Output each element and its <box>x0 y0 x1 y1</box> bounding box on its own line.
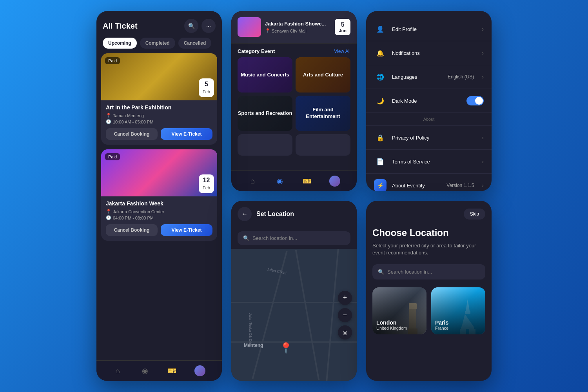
city-paris[interactable]: Paris France <box>431 287 485 334</box>
clock-icon: 🕐 <box>106 119 111 124</box>
languages-icon: 🌐 <box>374 71 387 83</box>
paid-badge-2: Paid <box>105 153 120 160</box>
category-grid: Music and Concerts Arts and Culture Spor… <box>231 57 357 131</box>
choose-subtitle: Select your preferred city or area to ta… <box>372 242 485 256</box>
notifications-label: Notifications <box>392 50 476 56</box>
tab-row: Upcoming Completed Cancelled <box>96 38 222 53</box>
map-search-placeholder: Search location in... <box>252 235 297 241</box>
arrow-icon: › <box>482 50 484 56</box>
skip-button[interactable]: Skip <box>464 209 485 220</box>
nav-home-t[interactable]: ⌂ <box>113 366 123 376</box>
search-icon: 🔍 <box>378 269 384 275</box>
city-country-paris: France <box>435 326 448 330</box>
settings-languages[interactable]: 🌐 Languages English (US) › <box>366 65 492 89</box>
bottom-nav: ⌂ ◉ 🎫 <box>231 171 357 191</box>
ticket-name-2: Jakarta Fashion Week <box>106 200 212 207</box>
privacy-icon: 🔒 <box>374 131 387 144</box>
city-london[interactable]: London United Kingdom <box>372 287 426 334</box>
skip-row: Skip <box>372 209 485 227</box>
category-arts[interactable]: Arts and Culture <box>296 57 350 93</box>
map-screen: ← Set Location 🔍 Search location in... M… <box>231 201 357 381</box>
ticket-info-1: Art in the Park Exhibition 📍 Taman Mente… <box>101 100 217 145</box>
city-name-paris: Paris <box>435 319 448 326</box>
settings-edit-profile[interactable]: 👤 Edit Profile › <box>366 17 492 41</box>
tickets-title: All Ticket <box>103 22 138 31</box>
nav-explore-t[interactable]: ◉ <box>140 366 150 376</box>
settings-screen: 👤 Edit Profile › 🔔 Notifications › 🌐 Lan… <box>366 11 492 191</box>
more-button[interactable]: ··· <box>201 19 216 33</box>
map-search-area: 🔍 Search location in... <box>231 227 357 249</box>
zoom-out-button[interactable]: − <box>338 308 352 322</box>
choose-search-box[interactable]: 🔍 Search location in... <box>372 264 485 279</box>
date-badge-2: 12 Feb <box>199 174 214 193</box>
search-button[interactable]: 🔍 <box>184 19 198 33</box>
tab-completed[interactable]: Completed <box>140 38 175 49</box>
cat-arts-label: Arts and Culture <box>303 72 343 78</box>
map-title: Set Location <box>256 211 294 218</box>
location-button[interactable]: ◎ <box>338 325 352 339</box>
ticket-img-2: Paid 12 Feb <box>101 149 217 196</box>
arrow-icon: › <box>482 158 484 165</box>
arrow-icon: › <box>482 74 484 80</box>
ticket-actions-2: Cancel Booking View E-Ticket <box>106 224 212 236</box>
extra-row <box>231 131 357 160</box>
cat-sports-label: Sports and Recreation <box>238 110 292 117</box>
extra-card-2 <box>296 134 350 156</box>
city-name-london: London <box>376 319 407 326</box>
settings-terms[interactable]: 📄 Terms of Service › <box>366 150 492 174</box>
about-app-version: Version 1.1.5 <box>446 183 474 188</box>
category-film[interactable]: Film and Entertainment <box>296 96 350 131</box>
back-button[interactable]: ← <box>238 207 252 221</box>
hero-info: Jakarta Fashion Showc... 📍 Senayan City … <box>265 21 331 33</box>
settings-dark-mode[interactable]: 🌙 Dark Mode <box>366 89 492 113</box>
tab-cancelled[interactable]: Cancelled <box>178 38 212 49</box>
cancel-booking-2[interactable]: Cancel Booking <box>106 224 158 236</box>
ticket-time-1: 🕐 10:00 AM - 05:00 PM <box>106 119 212 124</box>
nav-avatar[interactable] <box>329 176 340 187</box>
toggle-knob <box>475 97 483 105</box>
choose-title: Choose Location <box>372 227 485 238</box>
settings-about-app[interactable]: ⚡ About Eventify Version 1.1.5 › <box>366 174 492 191</box>
map-controls: + − ◎ <box>338 291 352 339</box>
search-icon: 🔍 <box>243 235 249 241</box>
privacy-label: Privacy of Policy <box>392 135 476 141</box>
nav-explore[interactable]: ◉ <box>275 176 285 186</box>
view-eticket-1[interactable]: View E-Ticket <box>161 128 212 140</box>
tab-upcoming[interactable]: Upcoming <box>103 38 137 49</box>
cancel-booking-1[interactable]: Cancel Booking <box>106 128 158 140</box>
ticket-card-2: Paid 12 Feb Jakarta Fashion Week 📍 Jakar… <box>101 149 217 241</box>
about-app-label: About Eventify <box>392 183 441 189</box>
arrow-icon: › <box>482 26 484 32</box>
arrow-icon: › <box>482 134 484 141</box>
nav-tickets[interactable]: 🎫 <box>302 176 312 186</box>
dark-mode-label: Dark Mode <box>392 98 461 104</box>
nav-avatar-t[interactable] <box>194 365 205 376</box>
map-label-jalan2: Jalan Teuku Cik Ditiro <box>249 313 253 347</box>
ticket-actions-1: Cancel Booking View E-Ticket <box>106 128 212 140</box>
category-title: Category Event <box>238 48 275 54</box>
city-info-london: London United Kingdom <box>376 319 407 330</box>
nav-tickets-t[interactable]: 🎫 <box>167 366 177 376</box>
hero-section: Jakarta Fashion Showc... 📍 Senayan City … <box>231 11 357 44</box>
ticket-time-2: 🕐 04:00 PM - 08:00 PM <box>106 215 212 220</box>
settings-notifications[interactable]: 🔔 Notifications › <box>366 41 492 65</box>
nav-home[interactable]: ⌂ <box>248 176 258 186</box>
category-sports[interactable]: Sports and Recreation <box>238 96 292 131</box>
bottom-nav-tickets: ⌂ ◉ 🎫 <box>96 360 222 381</box>
view-eticket-2[interactable]: View E-Ticket <box>161 224 212 236</box>
view-all-link[interactable]: View All <box>334 49 350 54</box>
city-country-london: United Kingdom <box>376 326 407 330</box>
languages-value: English (US) <box>448 74 474 80</box>
tickets-screen: All Ticket 🔍 ··· Upcoming Completed Canc… <box>96 11 222 381</box>
zoom-in-button[interactable]: + <box>338 291 352 305</box>
map-search-box[interactable]: 🔍 Search location in... <box>238 231 350 245</box>
dark-mode-toggle[interactable] <box>466 96 484 105</box>
map-pin: 📍 <box>279 342 293 355</box>
city-info-paris: Paris France <box>435 319 448 330</box>
settings-privacy[interactable]: 🔒 Privacy of Policy › <box>366 126 492 150</box>
about-divider: About <box>366 113 492 126</box>
paid-badge-1: Paid <box>105 57 120 64</box>
category-music[interactable]: Music and Concerts <box>238 57 292 93</box>
terms-icon: 📄 <box>374 155 387 168</box>
location-icon: 📍 <box>106 113 111 118</box>
